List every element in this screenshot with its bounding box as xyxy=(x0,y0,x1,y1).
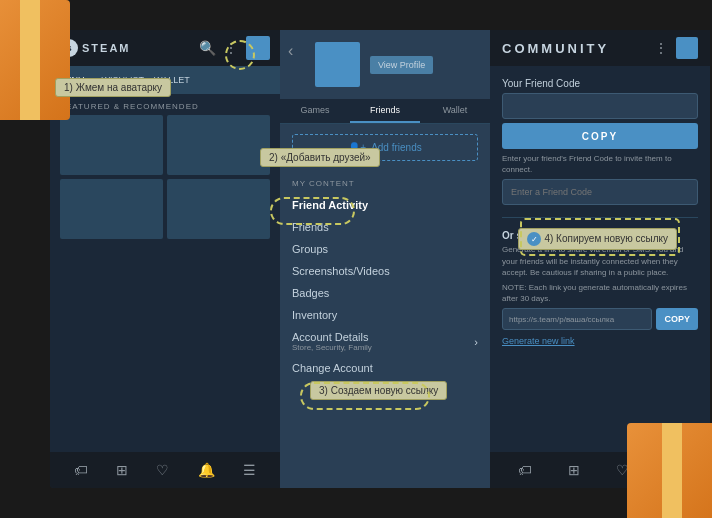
search-icon[interactable]: 🔍 xyxy=(199,40,216,56)
friend-code-title: Your Friend Code xyxy=(502,78,698,89)
tab-friends[interactable]: Friends xyxy=(350,99,420,123)
friend-code-section: Your Friend Code COPY Enter your friend'… xyxy=(502,78,698,205)
center-panel: ‹ View Profile Games Friends Wallet 👤+ A… xyxy=(280,30,490,488)
steam-title: STEAM xyxy=(82,42,131,54)
menu-inventory[interactable]: Inventory xyxy=(292,304,478,326)
my-content-section: MY CONTENT Friend Activity Friends Group… xyxy=(280,171,490,383)
invite-link-row: https://s.team/p/ваша/ссылка COPY xyxy=(502,308,698,330)
steam-header: S STEAM 🔍 ⋮ xyxy=(50,30,280,66)
featured-item-2[interactable] xyxy=(167,115,270,175)
check-icon: ✓ xyxy=(527,232,541,246)
featured-label: FEATURED & RECOMMENDED xyxy=(50,94,280,115)
menu-change-account[interactable]: Change Account xyxy=(292,357,478,379)
profile-tabs: Games Friends Wallet xyxy=(280,99,490,124)
steam-bottom-nav: 🏷 ⊞ ♡ 🔔 ☰ xyxy=(50,452,280,488)
main-container: S STEAM 🔍 ⋮ MENU ▾ WISHLIST WALLET FEATU… xyxy=(50,30,682,488)
steam-logo: S STEAM xyxy=(60,39,131,57)
profile-header: View Profile xyxy=(280,30,490,99)
user-avatar-small[interactable] xyxy=(246,36,270,60)
tab-wallet[interactable]: Wallet xyxy=(420,99,490,123)
community-tag-icon[interactable]: 🏷 xyxy=(518,462,532,478)
gift-decoration-right xyxy=(627,423,712,518)
hamburger-icon[interactable]: ☰ xyxy=(243,462,256,478)
annotation-1: 1) Жмем на аватарку xyxy=(55,78,171,97)
friend-code-display[interactable] xyxy=(502,93,698,119)
menu-screenshots[interactable]: Screenshots/Videos xyxy=(292,260,478,282)
steam-panel: S STEAM 🔍 ⋮ MENU ▾ WISHLIST WALLET FEATU… xyxy=(50,30,280,488)
divider xyxy=(502,217,698,218)
menu-friend-activity[interactable]: Friend Activity xyxy=(292,194,478,216)
menu-badges[interactable]: Badges xyxy=(292,282,478,304)
enter-friend-code-input[interactable] xyxy=(502,179,698,205)
community-grid-icon[interactable]: ⊞ xyxy=(568,462,580,478)
more-icon[interactable]: ⋮ xyxy=(224,40,238,56)
header-icons: 🔍 ⋮ xyxy=(199,36,270,60)
generate-new-link-button[interactable]: Generate new link xyxy=(502,334,575,348)
my-content-label: MY CONTENT xyxy=(292,179,478,188)
featured-item-4[interactable] xyxy=(167,179,270,239)
quick-invite-note: NOTE: Each link you generate automatical… xyxy=(502,282,698,304)
grid-icon[interactable]: ⊞ xyxy=(116,462,128,478)
annotation-2: 2) «Добавить друзей» xyxy=(260,148,380,167)
heart-icon[interactable]: ♡ xyxy=(156,462,169,478)
tag-icon[interactable]: 🏷 xyxy=(74,462,88,478)
featured-grid xyxy=(50,115,280,239)
community-header: COMMUNITY ⋮ xyxy=(490,30,710,66)
menu-friends[interactable]: Friends xyxy=(292,216,478,238)
invite-link-text: https://s.team/p/ваша/ссылка xyxy=(502,308,652,330)
steam-content: FEATURED & RECOMMENDED xyxy=(50,94,280,452)
chevron-right-icon: › xyxy=(474,336,478,348)
community-title: COMMUNITY xyxy=(502,41,646,56)
more-icon-community[interactable]: ⋮ xyxy=(654,40,668,56)
featured-item-3[interactable] xyxy=(60,179,163,239)
community-panel: COMMUNITY ⋮ Your Friend Code COPY Enter … xyxy=(490,30,710,488)
menu-groups[interactable]: Groups xyxy=(292,238,478,260)
copy-invite-link-button[interactable]: COPY xyxy=(656,308,698,330)
back-button[interactable]: ‹ xyxy=(288,42,293,60)
community-avatar[interactable] xyxy=(676,37,698,59)
featured-item-1[interactable] xyxy=(60,115,163,175)
annotation-3: 3) Создаем новую ссылку xyxy=(310,381,447,400)
view-profile-button[interactable]: View Profile xyxy=(370,56,433,74)
bell-icon[interactable]: 🔔 xyxy=(198,462,215,478)
profile-avatar[interactable] xyxy=(315,42,360,87)
community-content: Your Friend Code COPY Enter your friend'… xyxy=(490,66,710,452)
annotation-4: ✓4) Копируем новую ссылку xyxy=(518,228,677,250)
tab-games[interactable]: Games xyxy=(280,99,350,123)
menu-account[interactable]: Account Details Store, Security, Family … xyxy=(292,326,478,357)
gift-decoration-left xyxy=(0,0,70,120)
copy-friend-code-button[interactable]: COPY xyxy=(502,123,698,149)
friend-code-description: Enter your friend's Friend Code to invit… xyxy=(502,153,698,175)
